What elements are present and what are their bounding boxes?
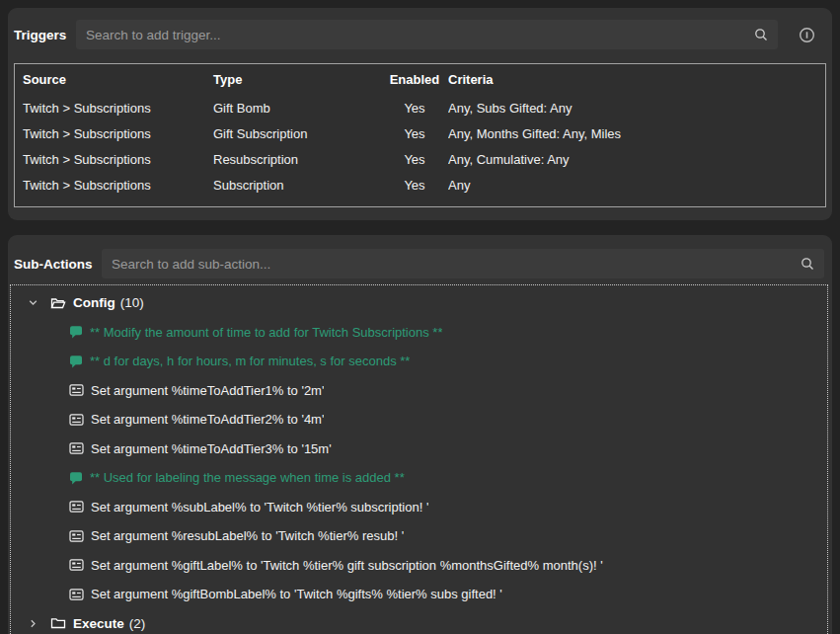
search-icon[interactable] bbox=[801, 257, 814, 271]
trigger-cell-source: Twitch > Subscriptions bbox=[15, 126, 205, 141]
trigger-cell-source: Twitch > Subscriptions bbox=[15, 101, 205, 116]
group-count: (10) bbox=[120, 295, 144, 310]
subaction-row[interactable]: Set argument %subLabel% to 'Twitch %tier… bbox=[11, 493, 827, 522]
subaction-text: Set argument %subLabel% to 'Twitch %tier… bbox=[91, 500, 428, 515]
subaction-text: Set argument %giftLabel% to 'Twitch %tie… bbox=[91, 558, 603, 573]
set-argument-icon bbox=[69, 441, 84, 455]
subaction-row[interactable]: Set argument %timeToAddTier2% to '4m' bbox=[11, 405, 827, 435]
trigger-cell-type: Resubscription bbox=[205, 152, 381, 167]
column-header-source[interactable]: Source bbox=[15, 72, 205, 87]
triggers-section-label: Triggers bbox=[14, 28, 66, 42]
comment-icon bbox=[69, 325, 83, 339]
trigger-cell-source: Twitch > Subscriptions bbox=[15, 152, 205, 167]
group-count: (2) bbox=[129, 616, 146, 631]
trigger-cell-type: Subscription bbox=[205, 178, 381, 193]
set-argument-icon bbox=[69, 588, 84, 601]
triggers-panel: Triggers Source Type Enabled Criteria Tw… bbox=[8, 8, 832, 220]
subaction-text: Set argument %timeToAddTier3% to '15m' bbox=[91, 441, 332, 456]
trigger-cell-enabled: Yes bbox=[381, 101, 448, 116]
comment-icon bbox=[69, 471, 83, 485]
trigger-cell-enabled: Yes bbox=[381, 178, 448, 193]
folder-open-icon bbox=[50, 296, 66, 310]
trigger-table-row[interactable]: Twitch > SubscriptionsGift BombYesAny, S… bbox=[15, 95, 825, 120]
column-header-type[interactable]: Type bbox=[205, 72, 381, 87]
subaction-text: Set argument %timeToAddTier2% to '4m' bbox=[91, 412, 324, 427]
subaction-text: ** d for days, h for hours, m for minute… bbox=[90, 354, 410, 368]
subaction-text: Set argument %resubLabel% to 'Twitch %ti… bbox=[91, 528, 404, 543]
set-argument-icon bbox=[69, 413, 84, 427]
info-icon[interactable] bbox=[796, 24, 817, 45]
column-header-criteria[interactable]: Criteria bbox=[448, 72, 825, 87]
comment-icon bbox=[69, 355, 83, 368]
triggers-table: Source Type Enabled Criteria Twitch > Su… bbox=[14, 63, 826, 207]
group-label: Execute bbox=[73, 616, 124, 631]
group-label: Config bbox=[73, 295, 115, 310]
subaction-text: Set argument %timeToAddTier1% to '2m' bbox=[91, 383, 324, 398]
trigger-table-row[interactable]: Twitch > SubscriptionsSubscriptionYesAny bbox=[15, 172, 825, 198]
trigger-cell-criteria: Any, Months Gifted: Any, Miles bbox=[448, 126, 825, 141]
tree-group-execute[interactable]: Execute(2) bbox=[11, 609, 827, 634]
trigger-cell-enabled: Yes bbox=[381, 152, 448, 167]
triggers-table-header: Source Type Enabled Criteria bbox=[15, 64, 825, 95]
subaction-text: ** Used for labeling the message when ti… bbox=[90, 470, 405, 485]
trigger-table-row[interactable]: Twitch > SubscriptionsGift SubscriptionY… bbox=[15, 120, 825, 146]
folder-closed-icon bbox=[50, 616, 66, 630]
subaction-text: ** Modify the amount of time to add for … bbox=[90, 325, 442, 340]
trigger-table-row[interactable]: Twitch > SubscriptionsResubscriptionYesA… bbox=[15, 146, 825, 172]
trigger-cell-type: Gift Subscription bbox=[205, 126, 381, 141]
trigger-search-input[interactable] bbox=[76, 20, 754, 49]
set-argument-icon bbox=[69, 500, 84, 514]
subactions-section-label: Sub-Actions bbox=[14, 257, 93, 272]
subaction-row[interactable]: Set argument %timeToAddTier1% to '2m' bbox=[11, 376, 827, 406]
trigger-cell-criteria: Any, Subs Gifted: Any bbox=[448, 101, 825, 116]
trigger-cell-enabled: Yes bbox=[381, 126, 448, 141]
set-argument-icon bbox=[69, 383, 84, 397]
search-icon[interactable] bbox=[754, 28, 768, 41]
trigger-cell-criteria: Any, Cumulative: Any bbox=[448, 152, 825, 167]
trigger-cell-type: Gift Bomb bbox=[205, 101, 381, 116]
subaction-row[interactable]: Set argument %giftLabel% to 'Twitch %tie… bbox=[11, 551, 827, 581]
subaction-search-box bbox=[102, 249, 824, 278]
subaction-tree-list: Config(10)** Modify the amount of time t… bbox=[10, 284, 828, 634]
subactions-panel: Sub-Actions Config(10)** Modify the amou… bbox=[8, 235, 832, 634]
subaction-comment-row[interactable]: ** d for days, h for hours, m for minute… bbox=[11, 347, 827, 376]
subaction-comment-row[interactable]: ** Modify the amount of time to add for … bbox=[11, 318, 827, 348]
column-header-enabled[interactable]: Enabled bbox=[381, 72, 448, 87]
trigger-cell-criteria: Any bbox=[448, 178, 825, 193]
subaction-comment-row[interactable]: ** Used for labeling the message when ti… bbox=[11, 463, 827, 493]
subaction-search-input[interactable] bbox=[102, 249, 801, 278]
chevron-down-icon[interactable] bbox=[26, 297, 39, 308]
trigger-cell-source: Twitch > Subscriptions bbox=[15, 178, 205, 193]
set-argument-icon bbox=[69, 529, 84, 543]
subaction-row[interactable]: Set argument %timeToAddTier3% to '15m' bbox=[11, 435, 827, 464]
chevron-right-icon[interactable] bbox=[26, 618, 39, 629]
subaction-text: Set argument %giftBombLabel% to 'Twitch … bbox=[91, 587, 502, 601]
trigger-search-box bbox=[76, 20, 778, 49]
subaction-row[interactable]: Set argument %giftBombLabel% to 'Twitch … bbox=[11, 580, 827, 609]
tree-group-config[interactable]: Config(10) bbox=[11, 288, 827, 318]
subaction-row[interactable]: Set argument %resubLabel% to 'Twitch %ti… bbox=[11, 521, 827, 551]
set-argument-icon bbox=[69, 558, 84, 572]
